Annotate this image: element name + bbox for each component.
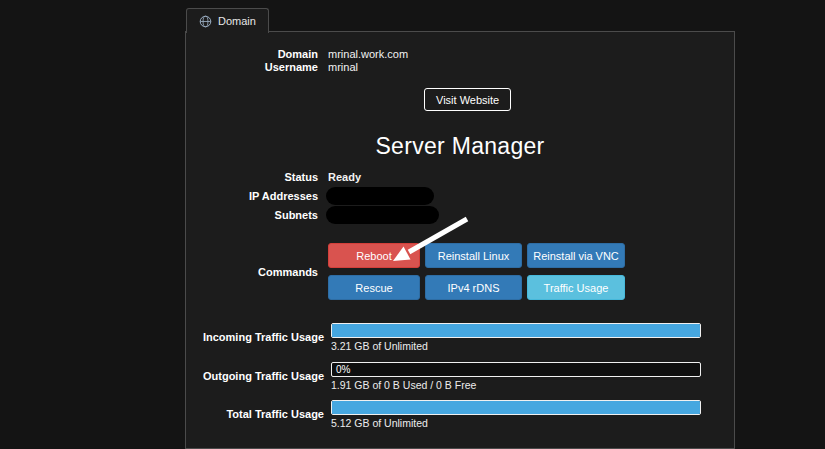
subnets-row: Subnets (186, 209, 734, 223)
outgoing-traffic-detail: 1.91 GB of 0 B Used / 0 B Free (331, 379, 476, 391)
domain-panel: Domain mrinal.work.com Username mrinal V… (185, 31, 735, 449)
reinstall-via-vnc-button[interactable]: Reinstall via VNC (527, 243, 625, 268)
username-value: mrinal (328, 61, 358, 73)
total-traffic-detail: 5.12 GB of Unlimited (331, 417, 428, 429)
outgoing-traffic-progressbar: 0% (331, 362, 701, 377)
username-label: Username (186, 61, 318, 73)
outgoing-traffic-label: Outgoing Traffic Usage (186, 370, 324, 382)
domain-row: Domain mrinal.work.com (186, 48, 734, 62)
traffic-usage-button[interactable]: Traffic Usage (527, 275, 625, 300)
username-row: Username mrinal (186, 61, 734, 75)
outgoing-progress-text: 0% (336, 364, 350, 376)
ip-redacted-block (326, 187, 434, 205)
domain-value: mrinal.work.com (328, 48, 408, 60)
total-traffic-label: Total Traffic Usage (186, 408, 324, 420)
tab-label: Domain (218, 15, 256, 27)
subnets-label: Subnets (186, 209, 318, 221)
ip-row: IP Addresses (186, 190, 734, 204)
reboot-button[interactable]: Reboot (328, 243, 420, 268)
incoming-traffic-detail: 3.21 GB of Unlimited (331, 340, 428, 352)
status-value: Ready (328, 171, 361, 183)
domain-label: Domain (186, 48, 318, 60)
page-title: Server Manager (186, 133, 734, 160)
total-traffic-progressbar (331, 400, 701, 415)
incoming-progress-fill (332, 324, 700, 337)
rescue-button[interactable]: Rescue (328, 275, 420, 300)
tab-domain[interactable]: Domain (186, 8, 269, 33)
commands-label: Commands (186, 266, 318, 278)
ip-addresses-label: IP Addresses (186, 190, 318, 202)
total-progress-fill (332, 401, 700, 414)
status-row: Status Ready (186, 171, 734, 185)
incoming-traffic-progressbar (331, 323, 701, 338)
reinstall-linux-button[interactable]: Reinstall Linux (425, 243, 522, 268)
status-label: Status (186, 171, 318, 183)
visit-website-button[interactable]: Visit Website (424, 88, 511, 111)
ipv4-rdns-button[interactable]: IPv4 rDNS (425, 275, 522, 300)
globe-icon (199, 15, 212, 28)
page: Domain Domain mrinal.work.com Username m… (0, 0, 825, 449)
incoming-traffic-label: Incoming Traffic Usage (186, 331, 324, 343)
subnets-redacted-block (326, 206, 439, 224)
